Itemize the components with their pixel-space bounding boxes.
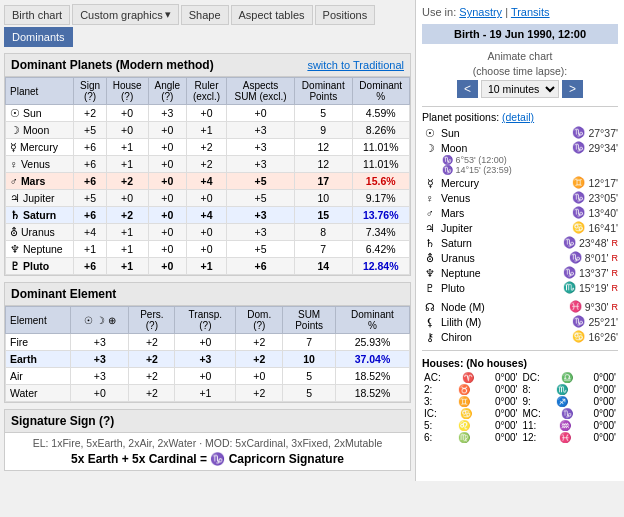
aspects-val: +6 <box>227 258 295 275</box>
planet-positions-detail-link[interactable]: (detail) <box>502 111 534 123</box>
pct-val: 4.59% <box>352 105 410 122</box>
tab-shape[interactable]: Shape <box>181 5 229 25</box>
synastry-link[interactable]: Synastry <box>459 6 502 18</box>
planet-sub-row: ♑ 6°53' (12:00) <box>442 155 618 165</box>
planet-sign: ♊ <box>572 176 585 189</box>
ruler-val: +4 <box>186 207 226 224</box>
dominant-element-section: Dominant Element Element ☉ ☽ ⊕ Pers.(?) … <box>4 282 411 403</box>
elem-col4: +0 <box>236 368 283 385</box>
house-sign: ♊ <box>458 396 470 407</box>
planet-degree: 23°05' <box>588 192 618 204</box>
aspects-val: +5 <box>227 190 295 207</box>
element-name: Water <box>6 385 71 402</box>
angle-val: +0 <box>148 156 186 173</box>
ruler-val: +4 <box>186 173 226 190</box>
time-lapse-select[interactable]: 10 minutes 1 hour 1 day 1 week <box>481 80 559 98</box>
house-row: 3: ♊0°00' <box>422 396 520 407</box>
points-val: 10 <box>295 190 352 207</box>
planet-sign: ♑ <box>563 236 576 249</box>
planet-name: Jupiter <box>441 222 569 234</box>
angle-val: +0 <box>148 139 186 156</box>
tab-aspect-tables[interactable]: Aspect tables <box>231 5 313 25</box>
list-item: ♀ Venus ♑ 23°05' <box>422 190 618 205</box>
col-sun-moon: ☉ ☽ ⊕ <box>71 307 129 334</box>
planet-name: ☽Moon <box>6 122 74 139</box>
house-deg: 0°00' <box>593 432 616 443</box>
table-row: ♄Saturn +6 +2 +0 +4 +3 15 13.76% <box>6 207 410 224</box>
animate-next-button[interactable]: > <box>562 80 583 98</box>
houses-title: Houses: (No houses) <box>422 357 618 369</box>
planet-name: ♇Pluto <box>6 258 74 275</box>
tab-custom-graphics[interactable]: Custom graphics ▾ <box>72 4 179 25</box>
house-deg: 0°00' <box>593 384 616 395</box>
house-sign: ♑ <box>561 408 573 419</box>
animate-prev-button[interactable]: < <box>457 80 478 98</box>
planet-name: ☉Sun <box>6 105 74 122</box>
house-sign: ♏ <box>556 384 568 395</box>
table-row: ♆Neptune +1 +1 +0 +0 +5 7 6.42% <box>6 241 410 258</box>
house-label: 2: <box>424 384 432 395</box>
switch-to-traditional-link[interactable]: switch to Traditional <box>307 59 404 71</box>
tab-birth-chart[interactable]: Birth chart <box>4 5 70 25</box>
planet-symbol: ☽ <box>422 142 438 154</box>
col-transp: Transp.(?) <box>175 307 236 334</box>
list-item: ☊ Node (M) ♓ 9°30' R <box>422 299 618 314</box>
signature-el-text: EL: 1xFire, 5xEarth, 2xAir, 2xWater · MO… <box>11 437 404 449</box>
house-label: 3: <box>424 396 432 407</box>
list-item: ☉ Sun ♑ 27°37' <box>422 125 618 140</box>
table-row: Earth +3 +2 +3 +2 10 37.04% <box>6 351 410 368</box>
angle-val: +0 <box>148 207 186 224</box>
sign-val: +6 <box>74 173 106 190</box>
house-row: 11: ♒0°00' <box>521 420 619 431</box>
planet-symbol: ⚷ <box>422 331 438 343</box>
house-deg: 0°00' <box>495 396 518 407</box>
animate-label: Animate chart <box>422 50 618 62</box>
elem-col3: +0 <box>175 368 236 385</box>
planet-sign: ♓ <box>569 300 582 313</box>
dominant-element-table: Element ☉ ☽ ⊕ Pers.(?) Transp.(?) Dom.(?… <box>5 306 410 402</box>
tab-positions[interactable]: Positions <box>315 5 376 25</box>
points-val: 12 <box>295 139 352 156</box>
house-label: 9: <box>523 396 531 407</box>
planet-sign: ♑ <box>572 141 585 154</box>
planet-degree: 9°30' <box>585 301 609 313</box>
sign-val: +6 <box>74 258 106 275</box>
angle-val: +0 <box>148 122 186 139</box>
col-element: Element <box>6 307 71 334</box>
aspects-val: +5 <box>227 173 295 190</box>
ruler-val: +2 <box>186 139 226 156</box>
house-val: +1 <box>106 258 148 275</box>
list-item: ♇ Pluto ♏ 15°19' R <box>422 280 618 295</box>
house-deg: 0°00' <box>495 432 518 443</box>
house-label: 12: <box>523 432 537 443</box>
transits-link[interactable]: Transits <box>511 6 550 18</box>
elem-col2: +2 <box>129 334 175 351</box>
table-row: Fire +3 +2 +0 +2 7 25.93% <box>6 334 410 351</box>
table-row: Water +0 +2 +1 +2 5 18.52% <box>6 385 410 402</box>
col-sign: Sign(?) <box>74 78 106 105</box>
tab-dominants[interactable]: Dominants <box>4 27 73 47</box>
ruler-val: +0 <box>186 105 226 122</box>
angle-val: +0 <box>148 241 186 258</box>
elem-pct: 18.52% <box>335 385 409 402</box>
house-deg: 0°00' <box>593 420 616 431</box>
elem-col4: +2 <box>236 351 283 368</box>
pct-val: 9.17% <box>352 190 410 207</box>
planet-positions-label: Planet positions: (detail) <box>422 111 618 123</box>
house-label: 11: <box>523 420 537 431</box>
use-in-label: Use in: Synastry | Transits <box>422 6 618 18</box>
angle-val: +0 <box>148 173 186 190</box>
points-val: 17 <box>295 173 352 190</box>
points-val: 7 <box>295 241 352 258</box>
planet-symbol: ♆ <box>422 267 438 279</box>
planet-name: Node (M) <box>441 301 566 313</box>
house-sign: ♒ <box>559 420 571 431</box>
col-angle: Angle(?) <box>148 78 186 105</box>
sign-val: +6 <box>74 156 106 173</box>
house-sign: ♍ <box>458 432 470 443</box>
elem-col1: +3 <box>71 334 129 351</box>
col-house: House(?) <box>106 78 148 105</box>
list-item: ♄ Saturn ♑ 23°48' R <box>422 235 618 250</box>
signature-title: Signature Sign (?) <box>11 414 114 428</box>
planet-degree: 13°40' <box>588 207 618 219</box>
